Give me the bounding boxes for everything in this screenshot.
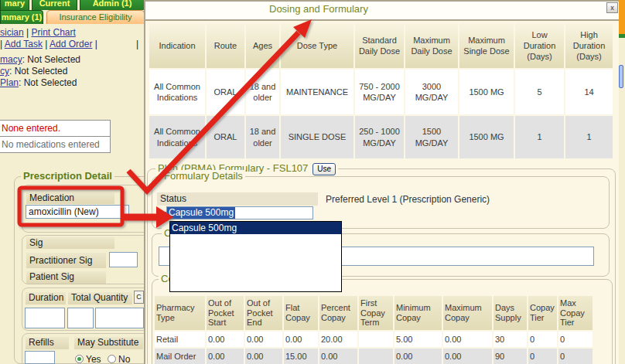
pharmacy-value: : Not Selected bbox=[22, 54, 80, 65]
table-cell: 0.00 bbox=[207, 349, 244, 364]
table-cell: 14 bbox=[565, 70, 613, 114]
agency-value: : Not Selected bbox=[9, 66, 67, 77]
dose-form-selected: Capsule 500mg bbox=[167, 207, 235, 219]
table-header-cell: Minimum Copay bbox=[394, 296, 442, 330]
table-header-cell: Dose Type bbox=[281, 23, 353, 68]
table-cell: 1 bbox=[515, 116, 564, 158]
practitioner-sig-label: Practitioner Sig bbox=[26, 253, 106, 268]
substitute-no-label: No bbox=[118, 354, 130, 364]
add-task-link[interactable]: Add Task bbox=[5, 39, 43, 49]
separator: | bbox=[92, 39, 97, 49]
substitute-no-radio[interactable] bbox=[108, 355, 116, 363]
table-header-cell: Out of Pocket Start bbox=[207, 296, 244, 330]
table-header-cell: Days Supply bbox=[494, 296, 527, 330]
table-cell: Retail bbox=[155, 332, 205, 347]
table-cell: 5.00 bbox=[394, 332, 442, 347]
refills-input[interactable] bbox=[25, 351, 55, 364]
table-cell: 0 bbox=[558, 349, 593, 364]
table-header-cell: Maximum Copay bbox=[443, 296, 492, 330]
tab-current[interactable]: Current bbox=[32, 0, 77, 10]
medications-alert: No medications entered bbox=[0, 136, 111, 153]
table-header-cell: Copay Tier bbox=[528, 296, 557, 330]
allergies-alert: None entered. bbox=[0, 120, 111, 137]
tab-insurance-eligibility[interactable]: Insurance Eligibility bbox=[46, 10, 145, 24]
plan-selection: Plan: Not Selected bbox=[0, 77, 77, 88]
table-header-cell: Pharmacy Type bbox=[155, 296, 205, 330]
table-cell: 15.00 bbox=[284, 349, 318, 364]
table-cell: 0 bbox=[558, 332, 593, 347]
table-cell: Mail Order bbox=[155, 349, 205, 364]
status-label: Status bbox=[157, 192, 318, 206]
agency-link[interactable]: cy bbox=[0, 66, 9, 77]
duration-label: Duration bbox=[26, 292, 66, 304]
separator: | bbox=[43, 39, 50, 49]
table-cell: 0.00 bbox=[443, 349, 492, 364]
table-cell: ORAL bbox=[207, 70, 244, 114]
dialog-title: Dosing and Formulary bbox=[269, 3, 368, 15]
table-cell: 3000 MG/DAY bbox=[405, 70, 458, 114]
close-icon[interactable]: x bbox=[606, 2, 618, 13]
table-header-cell: Route bbox=[207, 23, 244, 68]
page-edge-orange bbox=[619, 0, 625, 34]
table-cell: MAINTENANCE bbox=[281, 70, 353, 114]
quantity-unit-input[interactable] bbox=[95, 308, 144, 328]
patient-sig-label: Patient Sig bbox=[26, 271, 106, 284]
plan-link[interactable]: Plan bbox=[0, 77, 19, 88]
tab-summary[interactable]: mmary (1) bbox=[0, 10, 43, 24]
may-substitute-label: May Substitute bbox=[74, 337, 143, 349]
table-header-cell: Maximum Daily Dose bbox=[405, 23, 458, 68]
dosing-formulary-dialog: Dosing and Formulary x Indication Route … bbox=[144, 0, 619, 364]
table-cell: 1500 MG bbox=[459, 116, 514, 158]
tab-admin[interactable]: Admin (1) bbox=[80, 0, 145, 10]
table-cell: 0.00 bbox=[284, 332, 318, 347]
add-order-link[interactable]: Add Order bbox=[50, 39, 92, 49]
quantity-calc-button[interactable]: C bbox=[134, 291, 144, 304]
use-button[interactable]: Use bbox=[312, 163, 336, 175]
dose-form-combobox[interactable]: Capsule 500mg bbox=[166, 206, 313, 219]
practitioner-sig-input[interactable] bbox=[109, 252, 138, 267]
table-cell: 18 and older bbox=[246, 70, 279, 114]
table-cell: 0.00 bbox=[207, 332, 244, 347]
sig-label: Sig bbox=[26, 237, 114, 249]
pharmacy-link[interactable]: macy bbox=[0, 54, 22, 65]
dialog-titlebar bbox=[144, 0, 619, 21]
plan-value: : Not Selected bbox=[19, 77, 77, 88]
substitute-yes-radio[interactable] bbox=[75, 355, 84, 363]
table-cell: 1500 MG bbox=[459, 70, 514, 114]
pharmacy-selection: macy: Not Selected bbox=[0, 54, 80, 65]
table-cell: 1 bbox=[565, 116, 613, 158]
refills-label: Refills bbox=[26, 337, 69, 349]
table-header-cell: Flat Copay bbox=[284, 296, 318, 330]
dose-form-listbox[interactable]: Capsule 500mg bbox=[169, 221, 342, 292]
substitute-yes-label: Yes bbox=[86, 354, 101, 364]
physician-link[interactable]: sician bbox=[0, 27, 24, 38]
table-cell: 750 - 2000 MG/DAY bbox=[355, 70, 404, 114]
table-cell: 0.00 bbox=[394, 349, 442, 364]
prescription-detail-legend: Prescription Detail bbox=[21, 170, 114, 182]
screen: mary Current Admin (1) mmary (1) Insuran… bbox=[0, 0, 625, 364]
dose-form-option[interactable]: Capsule 500mg bbox=[170, 222, 341, 234]
task-links-row: | Add Task | Add Order | bbox=[0, 39, 97, 49]
chart-links-row: sician | Print Chart bbox=[0, 27, 76, 38]
table-cell: ORAL bbox=[207, 116, 244, 158]
separator: | bbox=[136, 39, 138, 49]
link-separator: | bbox=[24, 27, 32, 38]
tab-summary-top[interactable]: mary bbox=[0, 0, 29, 10]
table-cell: 0 bbox=[528, 332, 557, 347]
table-cell: 250 - 1000 MG/DAY bbox=[355, 116, 404, 158]
medication-input[interactable]: amoxicillin (New) bbox=[26, 205, 129, 219]
table-header-cell: Percent Copay bbox=[319, 296, 357, 330]
dialog-border bbox=[144, 0, 145, 364]
total-quantity-label: Total Quantity bbox=[68, 292, 132, 304]
duration-input[interactable] bbox=[25, 308, 65, 328]
scrollbar-thumb[interactable] bbox=[619, 65, 623, 88]
print-chart-link[interactable]: Print Chart bbox=[31, 27, 75, 38]
table-header-cell: Out of Pocket End bbox=[245, 296, 282, 330]
table-cell: 5 bbox=[515, 70, 564, 114]
agency-selection: cy: Not Selected bbox=[0, 66, 67, 77]
table-cell: All Common Indications bbox=[149, 70, 205, 114]
table-cell: 30 bbox=[494, 332, 527, 347]
quantity-input[interactable] bbox=[67, 308, 94, 328]
table-cell: 0.00 bbox=[319, 349, 357, 364]
table-cell: SINGLE DOSE bbox=[281, 116, 353, 158]
